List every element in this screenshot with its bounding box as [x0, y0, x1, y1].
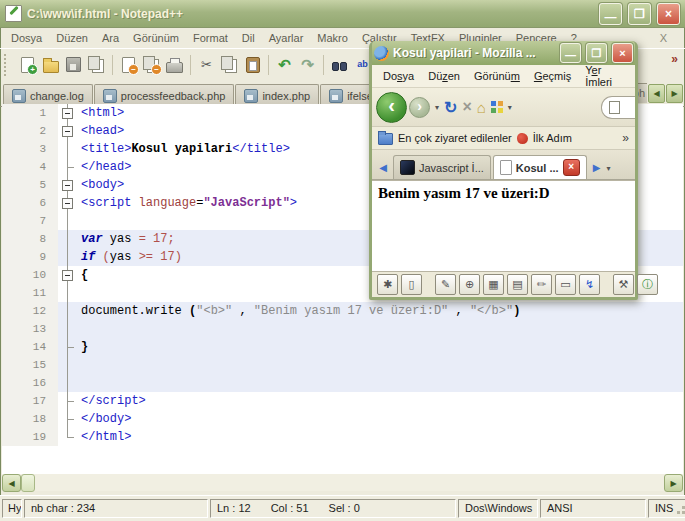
code-text[interactable]: document.write ("<b>" , "Benim yasım 17 … [78, 302, 683, 320]
bookmark-most-visited[interactable]: En çok ziyaret edilenler [398, 132, 512, 144]
forward-icon[interactable] [409, 97, 430, 118]
code-text[interactable] [78, 356, 683, 374]
code-text[interactable]: } [78, 338, 683, 356]
toolbar-dropdown-icon[interactable] [508, 103, 512, 112]
menu-item[interactable]: Dosya [4, 30, 49, 46]
lightning-icon[interactable]: ↯ [579, 274, 600, 295]
menu-item[interactable]: Düzen [49, 30, 95, 46]
npp-copy-icon[interactable] [219, 54, 240, 75]
compose-icon[interactable]: ✏ [531, 274, 552, 295]
browser-tab[interactable]: Javascript İ... [393, 155, 491, 179]
firefox-close-button[interactable]: × [612, 43, 633, 63]
code-line[interactable]: 12document.write ("<b>" , "Benim yasım 1… [2, 302, 683, 320]
tabs-scroll-left-icon[interactable] [375, 156, 391, 178]
save-page-icon[interactable]: ▦ [483, 274, 504, 295]
firefox-maximize-button[interactable]: ❐ [586, 43, 607, 63]
editor-tab[interactable]: index.php [235, 84, 319, 106]
panel-icon[interactable]: ▭ [555, 274, 576, 295]
tab-scroll-right-icon[interactable] [666, 84, 683, 103]
npp-close-all-icon[interactable]: − [141, 54, 162, 75]
bookmark-ilk-adim[interactable]: İlk Adım [533, 132, 572, 144]
menu-item[interactable]: Düzen [421, 68, 467, 84]
info-icon[interactable]: ⓘ [637, 274, 658, 295]
fold-collapse-icon[interactable] [62, 270, 73, 281]
toolbar-separator [190, 55, 191, 75]
menu-item[interactable]: Ayarlar [262, 30, 311, 46]
fold-collapse-icon[interactable] [62, 180, 73, 191]
tab-list-dropdown-icon[interactable] [607, 164, 611, 173]
npp-close-button[interactable]: × [657, 3, 680, 25]
tabs-scroll-right-icon[interactable] [589, 156, 605, 178]
tab-scroll-left-icon[interactable] [648, 84, 665, 103]
npp-undo-icon[interactable]: ↶ [274, 54, 295, 75]
fold-collapse-icon[interactable] [62, 126, 73, 137]
code-line[interactable]: 18</body> [2, 410, 683, 428]
code-line[interactable]: 19</html> [2, 428, 683, 446]
code-text[interactable]: </html> [78, 428, 683, 446]
npp-maximize-button[interactable]: ❐ [628, 3, 651, 25]
menu-item[interactable]: Dil [235, 30, 262, 46]
menu-item[interactable]: Dosya [376, 68, 421, 84]
horizontal-scrollbar[interactable] [2, 473, 683, 491]
npp-open-folder-icon[interactable] [40, 54, 61, 75]
editor-tab[interactable]: processfeedback.php [94, 84, 235, 106]
line-number: 15 [2, 356, 58, 374]
scroll-right-icon[interactable] [664, 474, 683, 492]
speed-dial-icon[interactable] [491, 101, 503, 113]
scrollbar-thumb[interactable] [21, 474, 35, 492]
fold-collapse-icon[interactable] [62, 108, 73, 119]
tab-close-icon[interactable]: × [563, 159, 580, 176]
back-icon[interactable] [376, 92, 407, 123]
npp-redo-icon[interactable]: ↷ [297, 54, 318, 75]
editor-tab[interactable]: change.log [3, 84, 93, 106]
bookmarks-overflow-icon[interactable]: » [622, 131, 629, 145]
edit-pen-icon[interactable]: ✎ [435, 274, 456, 295]
npp-save-icon[interactable] [63, 54, 84, 75]
saved-file-icon [329, 89, 343, 103]
scroll-left-icon[interactable] [2, 474, 21, 492]
menu-item[interactable]: Yer İmleri [578, 62, 635, 90]
status-insert-mode[interactable]: INS [648, 499, 685, 518]
firebug-icon[interactable]: ✱ [377, 274, 398, 295]
globe-icon[interactable]: ⊕ [459, 274, 480, 295]
code-text[interactable] [78, 374, 683, 392]
code-line[interactable]: 15 [2, 356, 683, 374]
npp-paste-icon[interactable] [242, 54, 263, 75]
firefox-minimize-button[interactable]: — [560, 43, 581, 63]
npp-save-all-icon[interactable] [86, 54, 107, 75]
menu-item[interactable]: Görünüm [467, 68, 527, 84]
npp-new-file-icon[interactable]: + [17, 54, 38, 75]
print-page-icon[interactable]: ▤ [507, 274, 528, 295]
line-number: 12 [2, 302, 58, 320]
code-text[interactable]: </body> [78, 410, 683, 428]
toolbar-overflow-icon[interactable]: » [671, 52, 677, 66]
history-dropdown-icon[interactable] [435, 103, 439, 112]
firefox-window-title: Kosul yapilari - Mozilla ... [393, 46, 555, 60]
npp-cut-icon[interactable]: ✂ [196, 54, 217, 75]
npp-print-icon[interactable] [164, 54, 185, 75]
code-line[interactable]: 16 [2, 374, 683, 392]
npp-close-file-icon[interactable]: − [118, 54, 139, 75]
fold-collapse-icon[interactable] [62, 198, 73, 209]
home-icon[interactable] [477, 99, 486, 116]
code-line[interactable]: 13 [2, 320, 683, 338]
browser-tab[interactable]: Kosul ...× [493, 155, 587, 179]
stop-icon[interactable] [462, 98, 471, 116]
npp-doc-close-icon[interactable]: X [660, 32, 667, 44]
menu-item[interactable]: Format [186, 30, 235, 46]
code-line[interactable]: 14} [2, 338, 683, 356]
menu-item[interactable]: Ara [95, 30, 126, 46]
npp-find-icon[interactable] [329, 54, 350, 75]
code-text[interactable]: </script> [78, 392, 683, 410]
code-line[interactable]: 17</script> [2, 392, 683, 410]
npp-minimize-button[interactable]: — [599, 3, 622, 25]
reload-icon[interactable] [444, 98, 457, 117]
menu-item[interactable]: Görünüm [126, 30, 186, 46]
new-doc-icon[interactable]: ▯ [401, 274, 422, 295]
menu-item[interactable]: Geçmiş [527, 68, 578, 84]
address-bar[interactable] [601, 96, 635, 119]
tools-icon[interactable]: ⚒ [613, 274, 634, 295]
menu-item[interactable]: Makro [310, 30, 355, 46]
code-text[interactable] [78, 320, 683, 338]
toolbar-grip[interactable] [4, 54, 12, 76]
